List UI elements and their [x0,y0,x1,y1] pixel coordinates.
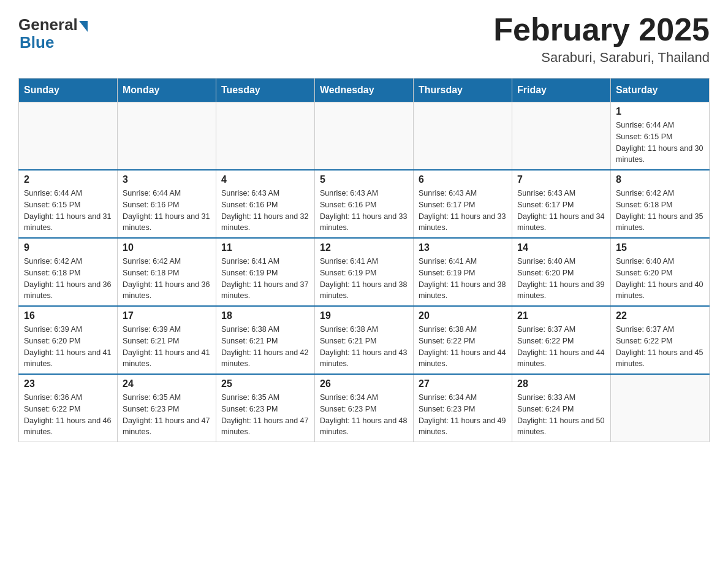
calendar-cell: 3Sunrise: 6:44 AMSunset: 6:16 PMDaylight… [118,170,216,238]
calendar-week-row: 2Sunrise: 6:44 AMSunset: 6:15 PMDaylight… [19,170,710,238]
day-number: 24 [123,378,211,389]
calendar-cell [315,102,414,170]
day-number: 19 [320,310,408,321]
day-info: Sunrise: 6:42 AMSunset: 6:18 PMDaylight:… [616,188,704,234]
title-section: February 2025 Saraburi, Saraburi, Thaila… [493,12,710,66]
day-number: 8 [616,174,704,185]
day-info: Sunrise: 6:33 AMSunset: 6:24 PMDaylight:… [517,392,605,438]
calendar-cell: 23Sunrise: 6:36 AMSunset: 6:22 PMDayligh… [19,374,118,442]
day-number: 9 [24,242,112,253]
calendar-cell: 15Sunrise: 6:40 AMSunset: 6:20 PMDayligh… [611,238,710,306]
calendar-cell: 2Sunrise: 6:44 AMSunset: 6:15 PMDaylight… [19,170,118,238]
location-title: Saraburi, Saraburi, Thailand [493,50,710,66]
weekday-header-monday: Monday [118,79,216,102]
day-number: 17 [123,310,211,321]
day-number: 13 [419,242,507,253]
calendar-cell: 20Sunrise: 6:38 AMSunset: 6:22 PMDayligh… [414,306,512,374]
calendar-cell: 7Sunrise: 6:43 AMSunset: 6:17 PMDaylight… [512,170,611,238]
calendar-cell: 14Sunrise: 6:40 AMSunset: 6:20 PMDayligh… [512,238,611,306]
day-info: Sunrise: 6:43 AMSunset: 6:16 PMDaylight:… [221,188,309,234]
calendar-cell: 21Sunrise: 6:37 AMSunset: 6:22 PMDayligh… [512,306,611,374]
weekday-header-friday: Friday [512,79,611,102]
calendar-cell: 11Sunrise: 6:41 AMSunset: 6:19 PMDayligh… [216,238,315,306]
day-number: 20 [419,310,507,321]
calendar-cell: 22Sunrise: 6:37 AMSunset: 6:22 PMDayligh… [611,306,710,374]
day-number: 4 [221,174,309,185]
logo-blue-text: Blue [20,33,54,52]
day-info: Sunrise: 6:43 AMSunset: 6:16 PMDaylight:… [320,188,408,234]
calendar-week-row: 1Sunrise: 6:44 AMSunset: 6:15 PMDaylight… [19,102,710,170]
day-info: Sunrise: 6:44 AMSunset: 6:15 PMDaylight:… [24,188,112,234]
day-info: Sunrise: 6:34 AMSunset: 6:23 PMDaylight:… [320,392,408,438]
day-number: 14 [517,242,605,253]
calendar-cell [512,102,611,170]
day-info: Sunrise: 6:44 AMSunset: 6:16 PMDaylight:… [123,188,211,234]
day-number: 21 [517,310,605,321]
calendar-cell: 25Sunrise: 6:35 AMSunset: 6:23 PMDayligh… [216,374,315,442]
day-info: Sunrise: 6:40 AMSunset: 6:20 PMDaylight:… [517,256,605,302]
page-header: General Blue February 2025 Saraburi, Sar… [18,12,710,66]
day-info: Sunrise: 6:39 AMSunset: 6:21 PMDaylight:… [123,324,211,370]
calendar-header-row: SundayMondayTuesdayWednesdayThursdayFrid… [19,79,710,102]
weekday-header-thursday: Thursday [414,79,512,102]
day-number: 26 [320,378,408,389]
day-info: Sunrise: 6:41 AMSunset: 6:19 PMDaylight:… [320,256,408,302]
logo-arrow-icon [79,21,88,32]
calendar-cell [414,102,512,170]
calendar-cell: 24Sunrise: 6:35 AMSunset: 6:23 PMDayligh… [118,374,216,442]
calendar-cell: 16Sunrise: 6:39 AMSunset: 6:20 PMDayligh… [19,306,118,374]
day-number: 6 [419,174,507,185]
logo-general-text: General [18,15,78,34]
day-info: Sunrise: 6:38 AMSunset: 6:22 PMDaylight:… [419,324,507,370]
calendar-cell: 10Sunrise: 6:42 AMSunset: 6:18 PMDayligh… [118,238,216,306]
day-info: Sunrise: 6:41 AMSunset: 6:19 PMDaylight:… [419,256,507,302]
calendar-cell: 6Sunrise: 6:43 AMSunset: 6:17 PMDaylight… [414,170,512,238]
day-number: 28 [517,378,605,389]
day-info: Sunrise: 6:35 AMSunset: 6:23 PMDaylight:… [123,392,211,438]
month-title: February 2025 [493,12,710,47]
day-info: Sunrise: 6:35 AMSunset: 6:23 PMDaylight:… [221,392,309,438]
weekday-header-saturday: Saturday [611,79,710,102]
calendar-cell [118,102,216,170]
day-info: Sunrise: 6:43 AMSunset: 6:17 PMDaylight:… [419,188,507,234]
day-info: Sunrise: 6:34 AMSunset: 6:23 PMDaylight:… [419,392,507,438]
calendar-cell [611,374,710,442]
day-info: Sunrise: 6:36 AMSunset: 6:22 PMDaylight:… [24,392,112,438]
day-info: Sunrise: 6:38 AMSunset: 6:21 PMDaylight:… [320,324,408,370]
calendar-cell: 9Sunrise: 6:42 AMSunset: 6:18 PMDaylight… [19,238,118,306]
day-number: 3 [123,174,211,185]
weekday-header-wednesday: Wednesday [315,79,414,102]
day-info: Sunrise: 6:40 AMSunset: 6:20 PMDaylight:… [616,256,704,302]
calendar-cell: 13Sunrise: 6:41 AMSunset: 6:19 PMDayligh… [414,238,512,306]
day-number: 10 [123,242,211,253]
calendar-cell [216,102,315,170]
day-info: Sunrise: 6:42 AMSunset: 6:18 PMDaylight:… [123,256,211,302]
calendar-cell [19,102,118,170]
day-number: 16 [24,310,112,321]
calendar-cell: 26Sunrise: 6:34 AMSunset: 6:23 PMDayligh… [315,374,414,442]
calendar-cell: 5Sunrise: 6:43 AMSunset: 6:16 PMDaylight… [315,170,414,238]
calendar-cell: 1Sunrise: 6:44 AMSunset: 6:15 PMDaylight… [611,102,710,170]
day-number: 2 [24,174,112,185]
day-number: 11 [221,242,309,253]
day-number: 1 [616,106,704,117]
day-info: Sunrise: 6:37 AMSunset: 6:22 PMDaylight:… [616,324,704,370]
day-number: 18 [221,310,309,321]
calendar-cell: 12Sunrise: 6:41 AMSunset: 6:19 PMDayligh… [315,238,414,306]
calendar-cell: 4Sunrise: 6:43 AMSunset: 6:16 PMDaylight… [216,170,315,238]
calendar-cell: 28Sunrise: 6:33 AMSunset: 6:24 PMDayligh… [512,374,611,442]
calendar-cell: 8Sunrise: 6:42 AMSunset: 6:18 PMDaylight… [611,170,710,238]
day-info: Sunrise: 6:44 AMSunset: 6:15 PMDaylight:… [616,120,704,166]
calendar-cell: 17Sunrise: 6:39 AMSunset: 6:21 PMDayligh… [118,306,216,374]
weekday-header-sunday: Sunday [19,79,118,102]
calendar-week-row: 16Sunrise: 6:39 AMSunset: 6:20 PMDayligh… [19,306,710,374]
day-info: Sunrise: 6:38 AMSunset: 6:21 PMDaylight:… [221,324,309,370]
calendar-cell: 19Sunrise: 6:38 AMSunset: 6:21 PMDayligh… [315,306,414,374]
day-number: 25 [221,378,309,389]
day-number: 5 [320,174,408,185]
day-info: Sunrise: 6:43 AMSunset: 6:17 PMDaylight:… [517,188,605,234]
calendar-week-row: 9Sunrise: 6:42 AMSunset: 6:18 PMDaylight… [19,238,710,306]
day-number: 27 [419,378,507,389]
calendar-cell: 27Sunrise: 6:34 AMSunset: 6:23 PMDayligh… [414,374,512,442]
weekday-header-tuesday: Tuesday [216,79,315,102]
